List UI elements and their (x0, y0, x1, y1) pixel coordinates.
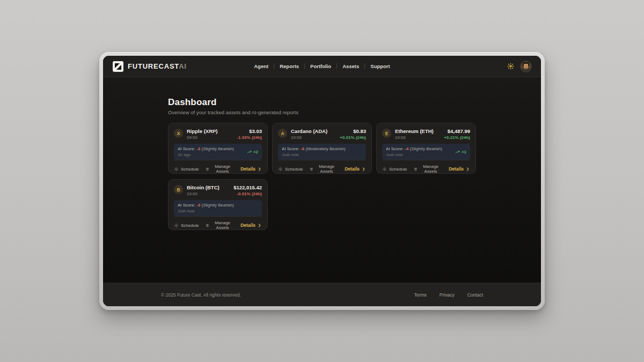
ai-score-updated: 1h ago (178, 152, 234, 157)
manage-assets-button[interactable]: Manage Assets (414, 164, 442, 174)
chevron-right-icon (257, 223, 262, 228)
coin-avatar: A (278, 129, 287, 138)
coin-time: 10:00 (187, 191, 219, 196)
app-bar: FUTURECASTAI Agent Reports Portfolio Ass… (103, 56, 541, 77)
nav-separator (304, 63, 305, 69)
coin-name: Cardano (ADA) (291, 128, 327, 134)
schedule-button[interactable]: Schedule (278, 167, 303, 172)
trash-icon (414, 167, 418, 172)
chevron-right-icon (465, 167, 470, 172)
coin-price: $3.03 (237, 128, 262, 134)
coin-avatar: E (382, 129, 391, 138)
coin-name: Bitcoin (BTC) (187, 184, 219, 190)
footer-link-privacy[interactable]: Privacy (440, 292, 455, 298)
trend-badge: +1 (455, 150, 466, 154)
nav-separator (274, 63, 274, 69)
asset-card-grid: X Ripple (XRP) 09:00 $3.03 -1.93% (24h) (168, 123, 476, 230)
manage-assets-button[interactable]: Manage Assets (206, 220, 233, 230)
gear-icon (174, 223, 179, 228)
schedule-button[interactable]: Schedule (174, 167, 199, 172)
ai-score-box: AI Score: -3 (Slightly Bearish) 1h ago +… (174, 144, 262, 160)
schedule-button[interactable]: Schedule (382, 167, 407, 172)
chevron-right-icon (361, 167, 366, 172)
page-subtitle: Overview of your tracked assets and AI-g… (168, 109, 476, 115)
brand-name-suffix: AI (179, 62, 187, 70)
trending-up-icon (247, 150, 252, 154)
gear-icon (278, 167, 283, 172)
asset-card-cardano: A Cardano (ADA) 10:00 $0.83 +0.01% (24h) (272, 123, 372, 174)
copyright-text: © 2025 Future Cast. All rights reserved. (161, 292, 241, 298)
app-footer: © 2025 Future Cast. All rights reserved.… (103, 283, 541, 306)
coin-name: Ethereum (ETH) (395, 128, 434, 134)
trending-up-icon (455, 150, 460, 154)
coin-change: +0.01% (24h) (340, 135, 366, 140)
ai-sentiment: (Slightly Bearish) (202, 203, 234, 208)
coin-avatar: B (174, 185, 183, 194)
ai-sentiment: (Slightly Bearish) (410, 146, 442, 151)
coin-time: 10:00 (291, 135, 327, 140)
asset-card-ethereum: E Ethereum (ETH) 10:00 $4,487.99 +0.21% … (376, 123, 476, 174)
coin-price: $4,487.99 (444, 128, 470, 134)
ai-score-value: -3 (196, 203, 200, 208)
ai-score-updated: Just now (282, 152, 346, 157)
details-button[interactable]: Details (240, 223, 262, 228)
details-button[interactable]: Details (240, 166, 262, 172)
nav-item-assets[interactable]: Assets (342, 63, 359, 69)
coin-price: $0.83 (340, 128, 366, 134)
coin-change: +0.21% (24h) (444, 135, 470, 140)
gear-icon (174, 167, 179, 172)
manage-assets-button[interactable]: Manage Assets (206, 164, 233, 174)
ai-score-value: -3 (196, 146, 200, 151)
ai-score-label: AI Score: (178, 203, 195, 208)
coin-name: Ripple (XRP) (187, 128, 218, 134)
user-avatar[interactable] (521, 61, 531, 72)
manage-assets-button[interactable]: Manage Assets (310, 164, 338, 174)
footer-link-contact[interactable]: Contact (467, 292, 483, 298)
ai-score-value: -6 (301, 146, 304, 151)
theme-toggle-sun-icon[interactable] (507, 63, 514, 70)
trend-badge: +2 (247, 150, 258, 154)
details-button[interactable]: Details (345, 166, 366, 172)
asset-card-bitcoin: B Bitcoin (BTC) 10:00 $122,015.42 -0.01%… (168, 179, 268, 230)
nav-separator (364, 63, 365, 69)
nav-item-agent[interactable]: Agent (254, 63, 268, 69)
ai-score-label: AI Score: (178, 146, 195, 151)
nav-item-reports[interactable]: Reports (280, 63, 299, 69)
trash-icon (310, 167, 313, 172)
coin-change: -1.93% (24h) (237, 135, 262, 140)
asset-card-ripple: X Ripple (XRP) 09:00 $3.03 -1.93% (24h) (168, 123, 268, 174)
gear-icon (382, 167, 387, 172)
brand: FUTURECASTAI (113, 61, 187, 72)
ai-score-updated: Just now (386, 152, 442, 157)
ai-score-label: AI Score: (386, 146, 404, 151)
page-title: Dashboard (168, 97, 476, 108)
coin-change: -0.01% (24h) (233, 191, 262, 196)
brand-name: FUTURECASTAI (128, 62, 187, 70)
ai-sentiment: (Slightly Bearish) (202, 146, 234, 151)
details-button[interactable]: Details (449, 166, 470, 172)
ai-score-updated: Just now (178, 209, 234, 213)
coin-avatar: X (174, 129, 183, 138)
nav-item-support[interactable]: Support (370, 63, 390, 69)
ai-score-box: AI Score: -6 (Moderately Bearish) Just n… (278, 144, 366, 160)
brand-logo-icon (113, 61, 123, 72)
trash-icon (206, 167, 209, 172)
nav-item-portfolio[interactable]: Portfolio (310, 63, 331, 69)
chevron-right-icon (257, 167, 262, 172)
coin-time: 09:00 (187, 135, 218, 140)
ai-sentiment: (Moderately Bearish) (306, 146, 346, 151)
footer-link-terms[interactable]: Terms (414, 292, 427, 298)
schedule-button[interactable]: Schedule (174, 223, 199, 228)
app-screen: FUTURECASTAI Agent Reports Portfolio Ass… (103, 56, 541, 306)
ai-score-label: AI Score: (282, 146, 299, 151)
app-bar-right (507, 61, 531, 72)
coin-price: $122,015.42 (233, 184, 262, 190)
coin-time: 10:00 (395, 135, 434, 140)
trash-icon (206, 223, 209, 228)
ai-score-box: AI Score: -4 (Slightly Bearish) Just now… (382, 144, 470, 160)
main-nav: Agent Reports Portfolio Assets Support (254, 63, 390, 69)
nav-separator (336, 63, 337, 69)
app-window: FUTURECASTAI Agent Reports Portfolio Ass… (99, 52, 545, 310)
main-content: Dashboard Overview of your tracked asset… (103, 77, 541, 283)
ai-score-value: -4 (405, 146, 408, 151)
